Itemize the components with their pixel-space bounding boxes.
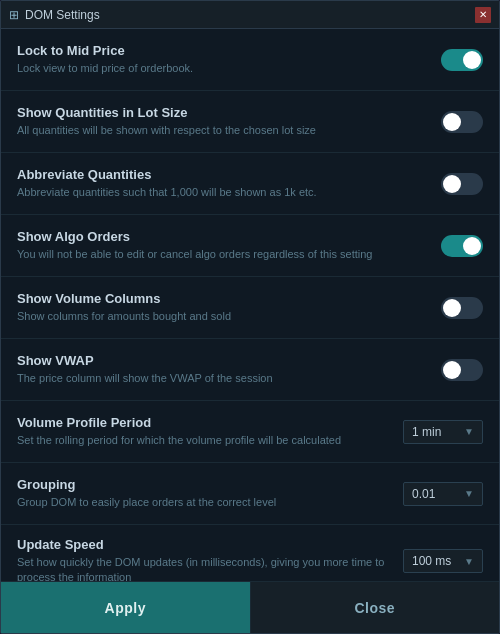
setting-info-volume-profile-period: Volume Profile PeriodSet the rolling per… — [17, 415, 403, 448]
setting-info-show-vwap: Show VWAPThe price column will show the … — [17, 353, 441, 386]
window-close-button[interactable]: ✕ — [475, 7, 491, 23]
setting-info-lock-to-mid-price: Lock to Mid PriceLock view to mid price … — [17, 43, 441, 76]
toggle-track-lock-to-mid-price[interactable] — [441, 49, 483, 71]
setting-row-grouping: GroupingGroup DOM to easily place orders… — [1, 463, 499, 525]
toggle-show-volume-columns[interactable] — [441, 297, 483, 319]
dropdown-value-update-speed: 100 ms — [412, 554, 451, 568]
title-bar: ⊞ DOM Settings ✕ — [1, 1, 499, 29]
setting-label-lock-to-mid-price: Lock to Mid Price — [17, 43, 425, 58]
settings-content: Lock to Mid PriceLock view to mid price … — [1, 29, 499, 581]
setting-label-show-algo-orders: Show Algo Orders — [17, 229, 425, 244]
setting-label-show-vwap: Show VWAP — [17, 353, 425, 368]
setting-info-grouping: GroupingGroup DOM to easily place orders… — [17, 477, 403, 510]
dom-settings-window: ⊞ DOM Settings ✕ Lock to Mid PriceLock v… — [0, 0, 500, 634]
dropdown-update-speed[interactable]: 100 ms▼ — [403, 549, 483, 573]
setting-row-update-speed: Update SpeedSet how quickly the DOM upda… — [1, 525, 499, 581]
setting-desc-show-quantities-lot-size: All quantities will be shown with respec… — [17, 123, 425, 138]
setting-label-grouping: Grouping — [17, 477, 387, 492]
setting-row-show-quantities-lot-size: Show Quantities in Lot SizeAll quantitie… — [1, 91, 499, 153]
setting-label-show-quantities-lot-size: Show Quantities in Lot Size — [17, 105, 425, 120]
setting-info-abbreviate-quantities: Abbreviate QuantitiesAbbreviate quantiti… — [17, 167, 441, 200]
toggle-show-algo-orders[interactable] — [441, 235, 483, 257]
dropdown-grouping[interactable]: 0.01▼ — [403, 482, 483, 506]
setting-row-show-vwap: Show VWAPThe price column will show the … — [1, 339, 499, 401]
dropdown-volume-profile-period[interactable]: 1 min▼ — [403, 420, 483, 444]
setting-label-show-volume-columns: Show Volume Columns — [17, 291, 425, 306]
toggle-lock-to-mid-price[interactable] — [441, 49, 483, 71]
setting-row-show-volume-columns: Show Volume ColumnsShow columns for amou… — [1, 277, 499, 339]
toggle-show-quantities-lot-size[interactable] — [441, 111, 483, 133]
setting-label-volume-profile-period: Volume Profile Period — [17, 415, 387, 430]
setting-info-show-algo-orders: Show Algo OrdersYou will not be able to … — [17, 229, 441, 262]
window-icon: ⊞ — [9, 8, 19, 22]
toggle-track-show-volume-columns[interactable] — [441, 297, 483, 319]
setting-info-show-volume-columns: Show Volume ColumnsShow columns for amou… — [17, 291, 441, 324]
setting-row-show-algo-orders: Show Algo OrdersYou will not be able to … — [1, 215, 499, 277]
dropdown-arrow-icon-volume-profile-period: ▼ — [464, 426, 474, 437]
toggle-thumb-show-algo-orders — [463, 237, 481, 255]
toggle-track-abbreviate-quantities[interactable] — [441, 173, 483, 195]
toggle-thumb-lock-to-mid-price — [463, 51, 481, 69]
setting-row-volume-profile-period: Volume Profile PeriodSet the rolling per… — [1, 401, 499, 463]
setting-desc-abbreviate-quantities: Abbreviate quantities such that 1,000 wi… — [17, 185, 425, 200]
setting-desc-show-volume-columns: Show columns for amounts bought and sold — [17, 309, 425, 324]
toggle-thumb-abbreviate-quantities — [443, 175, 461, 193]
setting-label-update-speed: Update Speed — [17, 537, 387, 552]
setting-info-show-quantities-lot-size: Show Quantities in Lot SizeAll quantitie… — [17, 105, 441, 138]
setting-desc-update-speed: Set how quickly the DOM updates (in mill… — [17, 555, 387, 581]
apply-button[interactable]: Apply — [1, 582, 250, 633]
toggle-track-show-algo-orders[interactable] — [441, 235, 483, 257]
setting-row-lock-to-mid-price: Lock to Mid PriceLock view to mid price … — [1, 29, 499, 91]
dropdown-value-grouping: 0.01 — [412, 487, 435, 501]
setting-desc-show-vwap: The price column will show the VWAP of t… — [17, 371, 425, 386]
dropdown-arrow-icon-grouping: ▼ — [464, 488, 474, 499]
toggle-abbreviate-quantities[interactable] — [441, 173, 483, 195]
setting-desc-grouping: Group DOM to easily place orders at the … — [17, 495, 387, 510]
toggle-thumb-show-vwap — [443, 361, 461, 379]
setting-row-abbreviate-quantities: Abbreviate QuantitiesAbbreviate quantiti… — [1, 153, 499, 215]
toggle-track-show-vwap[interactable] — [441, 359, 483, 381]
toggle-show-vwap[interactable] — [441, 359, 483, 381]
window-title: DOM Settings — [25, 8, 100, 22]
footer: Apply Close — [1, 581, 499, 633]
title-bar-left: ⊞ DOM Settings — [9, 8, 100, 22]
close-button[interactable]: Close — [250, 582, 500, 633]
setting-desc-lock-to-mid-price: Lock view to mid price of orderbook. — [17, 61, 425, 76]
toggle-thumb-show-volume-columns — [443, 299, 461, 317]
dropdown-value-volume-profile-period: 1 min — [412, 425, 441, 439]
setting-desc-show-algo-orders: You will not be able to edit or cancel a… — [17, 247, 425, 262]
toggle-thumb-show-quantities-lot-size — [443, 113, 461, 131]
setting-desc-volume-profile-period: Set the rolling period for which the vol… — [17, 433, 387, 448]
dropdown-arrow-icon-update-speed: ▼ — [464, 556, 474, 567]
toggle-track-show-quantities-lot-size[interactable] — [441, 111, 483, 133]
setting-info-update-speed: Update SpeedSet how quickly the DOM upda… — [17, 537, 403, 581]
setting-label-abbreviate-quantities: Abbreviate Quantities — [17, 167, 425, 182]
